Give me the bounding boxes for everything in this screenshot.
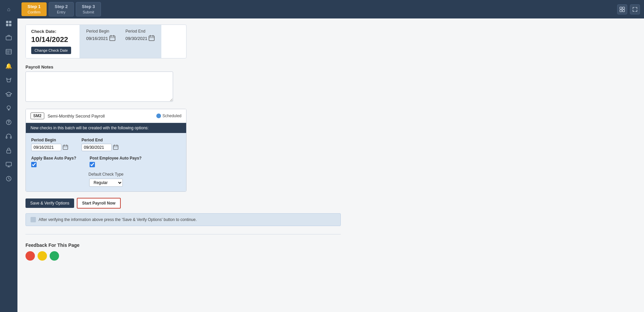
sm2-period-end-input-row (82, 144, 118, 151)
info-notice-text: After verifying the information above pr… (39, 217, 197, 222)
main-content: Step 1 Confirm Step 2 Entry Step 3 Submi… (17, 0, 644, 312)
topbar-actions (617, 4, 640, 14)
svg-rect-22 (110, 36, 115, 41)
sm2-info-bar: New checks in this batch will be created… (26, 123, 186, 133)
sm2-period-end-cal-icon[interactable] (113, 144, 118, 151)
period-end-header: Period End 09/30/2021 (125, 29, 155, 42)
action-bar: Save & Verify Options Start Payroll Now (25, 198, 636, 209)
feedback-buttons (25, 251, 636, 261)
svg-rect-20 (620, 10, 622, 12)
svg-point-12 (8, 123, 9, 124)
clock-icon[interactable] (3, 173, 15, 185)
sm2-period-end-label: Period End (82, 138, 118, 142)
svg-rect-3 (9, 24, 11, 26)
dashboard-icon[interactable] (3, 17, 15, 30)
bell-icon[interactable]: 🔔 (3, 60, 15, 72)
page-content: Check Date: 10/14/2022 Change Check Date… (17, 18, 644, 312)
post-employee-checkbox[interactable] (90, 162, 95, 167)
default-check-type-label: Default Check Type (89, 172, 124, 177)
sm2-badge: SM2 (31, 113, 44, 119)
step1-button[interactable]: Step 1 Confirm (21, 2, 47, 16)
apply-base-field: Apply Base Auto Pays? (31, 156, 76, 167)
apply-base-checkbox-row (31, 162, 76, 167)
svg-rect-1 (9, 21, 11, 23)
apply-base-label: Apply Base Auto Pays? (31, 156, 76, 161)
info-notice: After verifying the information above pr… (25, 213, 341, 226)
basket-icon[interactable] (3, 74, 15, 86)
apply-base-checkbox[interactable] (31, 162, 37, 167)
sm2-period-begin-field: Period Begin (31, 138, 68, 151)
period-end-calendar-icon[interactable] (149, 35, 155, 42)
check-date-section: Check Date: 10/14/2022 Change Check Date… (25, 25, 186, 58)
feedback-negative-button[interactable] (25, 251, 35, 261)
post-employee-label: Post Employee Auto Pays? (90, 156, 142, 161)
period-begin-calendar-icon[interactable] (109, 35, 115, 42)
sm2-header: SM2 Semi-Monthly Second Payroll Schedule… (26, 109, 186, 123)
svg-rect-13 (6, 137, 7, 138)
sm2-period-begin-input-row (31, 144, 68, 151)
payroll-notes-input[interactable] (25, 72, 173, 102)
svg-marker-9 (6, 92, 12, 95)
svg-rect-24 (63, 145, 68, 149)
check-date-value: 10/14/2022 (31, 35, 74, 44)
bulb-icon[interactable] (3, 102, 15, 114)
period-section: Period Begin 09/16/2021 Period (79, 25, 161, 58)
feedback-neutral-button[interactable] (38, 251, 47, 261)
scheduled-label: Scheduled (162, 114, 181, 118)
period-end-header-value: 09/30/2021 (125, 36, 147, 41)
svg-rect-5 (6, 49, 11, 54)
question-icon[interactable] (3, 116, 15, 128)
svg-rect-25 (113, 145, 118, 149)
svg-rect-16 (6, 162, 11, 166)
sm2-card: SM2 Semi-Monthly Second Payroll Schedule… (25, 109, 186, 192)
feedback-title: Feedback For This Page (25, 242, 636, 248)
scheduled-badge: Scheduled (156, 114, 181, 118)
sm2-period-begin-label: Period Begin (31, 138, 68, 142)
sm2-period-begin-cal-icon[interactable] (63, 144, 68, 151)
scheduled-dot-icon (156, 114, 161, 118)
step3-button[interactable]: Step 3 Submit (76, 2, 101, 16)
svg-rect-2 (6, 24, 8, 26)
period-begin-header-value: 09/16/2021 (86, 36, 108, 41)
save-verify-button[interactable]: Save & Verify Options (25, 198, 74, 208)
svg-rect-0 (6, 21, 8, 23)
feedback-section: Feedback For This Page (25, 242, 636, 261)
svg-point-10 (7, 106, 10, 109)
briefcase-icon[interactable] (3, 32, 15, 44)
step2-button[interactable]: Step 2 Entry (49, 2, 74, 16)
svg-rect-14 (10, 137, 11, 138)
feedback-positive-button[interactable] (50, 251, 59, 261)
sm2-autopays-row: Apply Base Auto Pays? Post Employee Auto… (31, 156, 181, 167)
grid-view-icon[interactable] (617, 4, 627, 14)
change-check-date-button[interactable]: Change Check Date (31, 47, 71, 54)
sm2-title: Semi-Monthly Second Payroll (48, 114, 153, 119)
sm2-period-end-field: Period End (82, 138, 118, 151)
svg-rect-23 (149, 36, 154, 41)
period-end-header-label: Period End (125, 29, 155, 34)
headset-icon[interactable] (3, 130, 15, 142)
sm2-period-begin-input[interactable] (31, 144, 61, 151)
info-notice-icon (31, 217, 36, 222)
svg-rect-21 (623, 10, 625, 12)
svg-rect-19 (623, 7, 625, 9)
monitor-icon[interactable] (3, 159, 15, 171)
sm2-period-end-input[interactable] (82, 144, 112, 151)
post-employee-field: Post Employee Auto Pays? (90, 156, 142, 167)
sm2-dates-row: Period Begin (31, 138, 181, 151)
divider (25, 234, 341, 234)
default-check-type-section: Default Check Type Regular Supplemental … (31, 172, 181, 187)
home-icon[interactable]: ⌂ (3, 3, 15, 15)
payroll-notes-label: Payroll Notes (25, 64, 636, 70)
post-employee-checkbox-row (90, 162, 142, 167)
sm2-body: Period Begin (26, 133, 186, 191)
lock-icon[interactable] (3, 144, 15, 157)
start-payroll-button[interactable]: Start Payroll Now (77, 198, 121, 209)
default-check-type-select[interactable]: Regular Supplemental Bonus (89, 179, 123, 187)
graduation-icon[interactable] (3, 88, 15, 100)
table-icon[interactable] (3, 46, 15, 58)
svg-rect-15 (7, 150, 11, 153)
period-begin-header: Period Begin 09/16/2021 (86, 29, 115, 42)
expand-icon[interactable] (630, 4, 640, 14)
topbar: Step 1 Confirm Step 2 Entry Step 3 Submi… (17, 0, 644, 18)
sidebar: ⌂ 🔔 (0, 0, 17, 312)
